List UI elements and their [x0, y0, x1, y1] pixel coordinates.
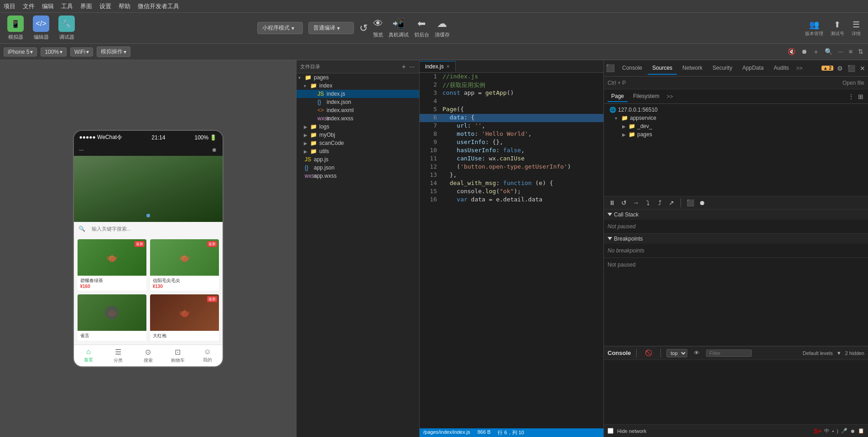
product-card-4[interactable]: 🫖 返新 大红袍	[150, 294, 219, 341]
record-btn-icon[interactable]: ⏺	[850, 428, 855, 434]
subtab-sidebar-icon[interactable]: ⊞	[857, 92, 864, 101]
tabbar-category[interactable]: ☰ 分类	[104, 345, 133, 366]
file-index-js[interactable]: JS index.js	[296, 90, 419, 98]
phone-nav-record[interactable]: ⏺	[212, 147, 217, 153]
settings-icon[interactable]: ⚙	[836, 64, 844, 73]
step-over-button[interactable]: →	[631, 198, 640, 207]
debug-tab-security[interactable]: Security	[708, 62, 737, 75]
more-file-icon[interactable]: ···	[408, 62, 416, 71]
warning-count[interactable]: ▲ 2	[821, 66, 833, 71]
search-icon[interactable]: 🔍	[824, 47, 833, 57]
folder-myobj[interactable]: ▶ 📁 myObj	[296, 131, 419, 139]
levels-dropdown-icon[interactable]: ▾	[835, 349, 843, 357]
console-filter-input[interactable]	[706, 350, 752, 357]
speaker-icon[interactable]: 🔇	[787, 47, 796, 57]
add-file-icon[interactable]: +	[401, 62, 406, 71]
simulator-button[interactable]: 📱 模拟器	[7, 15, 24, 41]
folder-index[interactable]: ▾ 📁 index	[296, 82, 419, 90]
menu-item-tools[interactable]: 工具	[61, 2, 73, 10]
folder-utils[interactable]: ▶ 📁 utils	[296, 147, 419, 155]
debug-tab-sources[interactable]: Sources	[648, 62, 677, 75]
subtab-filesystem[interactable]: Filesystem	[629, 91, 663, 102]
refresh-button[interactable]: ↺	[359, 22, 368, 34]
debug-tab-network[interactable]: Network	[678, 62, 707, 75]
tabbar-search[interactable]: ⊙ 搜索	[133, 345, 163, 366]
clear-cache-button[interactable]: ☁ 清缓存	[435, 18, 450, 38]
menu-item-help[interactable]: 帮助	[119, 2, 130, 10]
file-app-json[interactable]: {} app.json	[296, 164, 419, 172]
list-icon[interactable]: ≡	[848, 47, 853, 57]
phone-search-input[interactable]	[88, 225, 218, 233]
menu-item-wechat-dev[interactable]: 微信开发者工具	[138, 2, 179, 10]
preview-button[interactable]: 👁 预览	[373, 18, 383, 38]
file-index-json[interactable]: {} index.json	[296, 98, 419, 106]
backend-button[interactable]: ⬅ 切后台	[414, 18, 429, 38]
menu-item-project[interactable]: 项目	[4, 2, 16, 10]
subtab-more-icon[interactable]: ⋮	[847, 92, 855, 101]
close-panel-icon[interactable]: ✕	[859, 64, 866, 73]
real-machine-button[interactable]: 📲 真机调试	[389, 18, 409, 38]
editor-button[interactable]: </> 编辑器	[33, 15, 49, 41]
collapse-icon[interactable]: ⇅	[857, 47, 864, 57]
action-selector[interactable]: 模拟操作 ▾	[97, 46, 130, 57]
version-manage-button[interactable]: 👥 版本管理	[805, 20, 823, 37]
hide-network-checkbox[interactable]	[608, 428, 613, 434]
devtools-icon[interactable]: ⬛	[606, 64, 615, 72]
device-selector[interactable]: iPhone 5 ▾	[4, 47, 37, 57]
folder-pages[interactable]: ▾ 📁 pages	[296, 73, 419, 82]
console-content[interactable]	[604, 360, 868, 424]
file-index-wxss[interactable]: wxss index.wxss	[296, 114, 419, 123]
zoom-selector[interactable]: 100% ▾	[41, 47, 67, 57]
file-app-js[interactable]: JS app.js	[296, 155, 419, 164]
open-file-button[interactable]: Open file	[842, 80, 864, 86]
resume-button[interactable]: ↺	[619, 198, 629, 207]
source-url[interactable]: 🌐 127.0.0.1:56510	[608, 106, 864, 114]
subtab-page[interactable]: Page	[608, 91, 628, 102]
debug-tab-appdata[interactable]: AppData	[738, 62, 768, 75]
detail-button[interactable]: ☰ 详情	[852, 20, 861, 37]
menu-item-edit[interactable]: 编辑	[42, 2, 54, 10]
dock-icon[interactable]: ⬛	[847, 64, 856, 73]
pause-button[interactable]: ⏸	[608, 198, 617, 207]
eye-icon[interactable]: 👁	[691, 349, 702, 357]
tabbar-profile[interactable]: ☺ 我的	[192, 345, 222, 366]
menu-item-ui[interactable]: 界面	[80, 2, 92, 10]
add-filesystem-icon[interactable]: >>	[666, 93, 673, 100]
mode-dropdown[interactable]: 小程序模式 ▾	[257, 22, 303, 34]
more-icon[interactable]: ···	[837, 47, 844, 57]
deactivate-btn[interactable]: ⬛	[686, 198, 695, 207]
tabbar-home[interactable]: ⌂ 首页	[74, 345, 104, 366]
step-button[interactable]: ↗	[667, 198, 676, 207]
debug-tab-console[interactable]: Console	[618, 62, 647, 75]
clear-console-button[interactable]: 🚫	[642, 349, 655, 357]
menu-item-file[interactable]: 文件	[23, 2, 35, 10]
record-icon[interactable]: ⏺	[800, 47, 808, 57]
product-card-1[interactable]: 🫖 返新 碧螺春绿茶 ¥160	[78, 239, 146, 291]
product-card-2[interactable]: 🫖 返新 信阳毛尖毛尖 ¥130	[150, 239, 219, 291]
code-editor[interactable]: 1 //index.js 2 //获取应用实例 3 const app = ge…	[420, 73, 603, 428]
code-tab-close[interactable]: ×	[447, 63, 450, 70]
folder-scancode[interactable]: ▶ 📁 scanCode	[296, 139, 419, 147]
breakpoints-header[interactable]: Breakpoints	[604, 234, 868, 244]
call-stack-header[interactable]: Call Stack	[604, 210, 868, 220]
source-appservice[interactable]: ▾ 📁 appservice	[608, 114, 864, 122]
phone-nav-dots[interactable]: ···	[79, 147, 84, 153]
context-selector[interactable]: top	[666, 349, 687, 357]
upload-button[interactable]: ⬆ 测试号	[831, 20, 844, 37]
debug-tab-audits[interactable]: Audits	[769, 62, 793, 75]
pause-exceptions-btn[interactable]: ⏺	[697, 198, 707, 207]
step-out-button[interactable]: ⤴	[655, 198, 664, 207]
folder-logs[interactable]: ▶ 📁 logs	[296, 123, 419, 131]
product-card-3[interactable]: 🫖 雀舌	[78, 294, 146, 341]
file-app-wxss[interactable]: wxss app.wxss	[296, 172, 419, 180]
source-dev[interactable]: ▶ 📁 _dev_	[608, 122, 864, 130]
add-icon[interactable]: ＋	[812, 47, 820, 57]
file-index-wxml[interactable]: <> index.wxml	[296, 106, 419, 114]
menu-item-settings[interactable]: 设置	[99, 2, 111, 10]
code-tab-index-js[interactable]: index.js ×	[420, 61, 456, 72]
step-into-button[interactable]: ⤵	[643, 198, 652, 207]
network-selector[interactable]: WiFi ▾	[70, 47, 93, 57]
source-pages[interactable]: ▶ 📁 pages	[608, 130, 864, 139]
compile-dropdown[interactable]: 普通编译 ▾	[308, 22, 354, 34]
debugger-button[interactable]: 🔧 调试器	[58, 15, 75, 41]
